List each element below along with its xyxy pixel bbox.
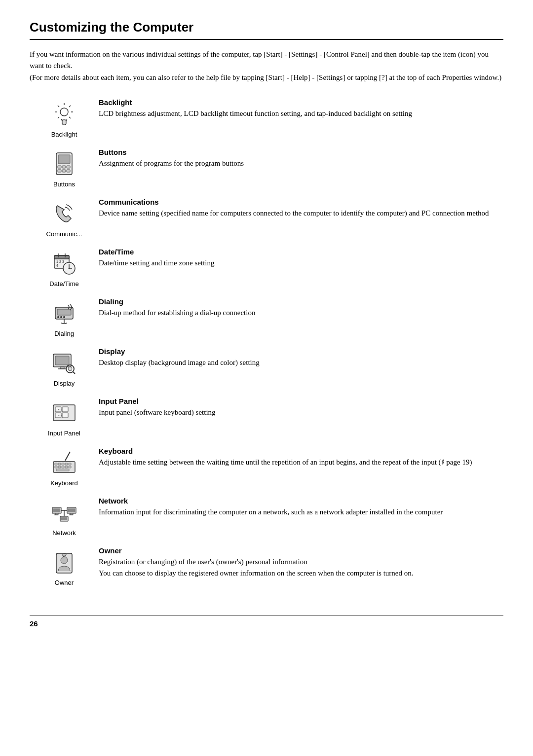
svg-point-81	[61, 557, 68, 564]
svg-rect-59	[69, 463, 71, 465]
svg-rect-64	[69, 466, 71, 468]
owner-text: Owner Registration (or changing) of the …	[99, 545, 503, 579]
svg-rect-9	[62, 120, 66, 125]
keyboard-label: Keyboard	[50, 479, 78, 487]
inputpanel-desc: Input panel (software keyboard) setting	[99, 407, 503, 418]
svg-text:D: D	[56, 408, 57, 411]
network-text: Network Information input for discrimina…	[99, 496, 503, 518]
backlight-icon-block: Backlight	[30, 97, 99, 138]
backlight-title: Backlight	[99, 98, 503, 107]
datetime-text: Date/Time Date/time setting and time zon…	[99, 247, 503, 269]
backlight-desc: LCD brightness adjustment, LCD backlight…	[99, 108, 503, 119]
owner-icon-block: Owner	[30, 545, 99, 586]
owner-desc: Registration (or changing) of the user's…	[99, 556, 503, 579]
dialing-label: Dialing	[54, 330, 74, 337]
dialing-icon	[49, 298, 79, 328]
display-text: Display Desktop display (background imag…	[99, 346, 503, 368]
svg-point-0	[60, 108, 68, 116]
list-item: Owner Owner Registration (or changing) o…	[30, 545, 503, 586]
svg-text:4: 4	[56, 264, 58, 267]
svg-point-34	[63, 316, 65, 318]
svg-rect-45	[62, 407, 68, 412]
page-title: Customizing the Computer	[30, 20, 503, 40]
svg-rect-63	[65, 466, 68, 468]
svg-rect-16	[62, 170, 66, 172]
svg-point-32	[57, 316, 59, 318]
backlight-text: Backlight LCD brightness adjustment, LCD…	[99, 97, 503, 119]
svg-rect-79	[61, 517, 67, 520]
svg-rect-13	[62, 166, 66, 168]
keyboard-desc: Adjustable time setting between the wait…	[99, 457, 503, 468]
intro-text: If you want information on the various i…	[30, 49, 503, 83]
svg-rect-65	[56, 469, 69, 471]
svg-line-8	[58, 117, 59, 118]
datetime-label: Date/Time	[49, 280, 78, 288]
keyboard-icon	[49, 448, 79, 477]
svg-rect-73	[68, 508, 75, 512]
inputpanel-title: Input Panel	[99, 397, 503, 405]
page-number: 26	[30, 619, 38, 628]
inputpanel-label: Input Panel	[48, 430, 80, 437]
buttons-desc: Assignment of programs for the program b…	[99, 158, 503, 169]
list-item: Backlight Backlight LCD brightness adjus…	[30, 97, 503, 138]
datetime-icon-block: 1 2 3 4 Date/Time	[30, 247, 99, 288]
svg-text:3: 3	[62, 260, 64, 263]
svg-point-33	[60, 316, 62, 318]
keyboard-text: Keyboard Adjustable time setting between…	[99, 446, 503, 468]
communications-icon-block: Communic...	[30, 197, 99, 238]
display-title: Display	[99, 347, 503, 356]
svg-rect-69	[53, 508, 60, 512]
svg-line-5	[58, 106, 59, 107]
owner-icon	[49, 547, 79, 577]
communications-text: Communications Device name setting (spec…	[99, 197, 503, 219]
svg-rect-31	[57, 309, 71, 315]
datetime-title: Date/Time	[99, 248, 503, 256]
datetime-icon: 1 2 3 4	[49, 249, 79, 278]
display-icon-block: Display	[30, 346, 99, 387]
buttons-title: Buttons	[99, 148, 503, 156]
svg-rect-55	[55, 463, 57, 465]
owner-label: Owner	[55, 579, 74, 586]
network-icon	[49, 498, 79, 527]
owner-title: Owner	[99, 546, 503, 555]
communications-desc: Device name setting (specified name for …	[99, 208, 503, 219]
inputpanel-text: Input Panel Input panel (software keyboa…	[99, 396, 503, 418]
list-item: 1 2 3 4 Date/Time Date/Time Date/time se…	[30, 247, 503, 288]
dialing-icon-block: Dialing	[30, 296, 99, 337]
list-item: D F G C V B Input Panel Input Panel Inpu…	[30, 396, 503, 437]
dialing-desc: Dial-up method for establishing a dial-u…	[99, 307, 503, 319]
keyboard-title: Keyboard	[99, 447, 503, 455]
list-item: Communic... Communications Device name s…	[30, 197, 503, 238]
svg-line-66	[65, 452, 70, 461]
dialing-title: Dialing	[99, 297, 503, 306]
svg-rect-47	[62, 413, 68, 418]
svg-rect-62	[62, 466, 64, 468]
communications-title: Communications	[99, 198, 503, 206]
svg-text:G: G	[61, 408, 62, 411]
svg-rect-12	[58, 166, 61, 168]
dialing-text: Dialing Dial-up method for establishing …	[99, 296, 503, 319]
page-footer: 26	[30, 615, 503, 628]
list-item: Dialing Dialing Dial-up method for estab…	[30, 296, 503, 337]
items-list: Backlight Backlight LCD brightness adjus…	[30, 97, 503, 595]
svg-line-7	[69, 106, 71, 107]
display-desc: Desktop display (background image and co…	[99, 357, 503, 368]
communications-label: Communic...	[46, 230, 82, 238]
communications-icon	[49, 199, 79, 228]
svg-text:2: 2	[59, 260, 61, 263]
svg-rect-60	[55, 466, 57, 468]
datetime-desc: Date/time setting and time zone setting	[99, 257, 503, 269]
svg-rect-56	[58, 463, 61, 465]
list-item: Network Network Information input for di…	[30, 496, 503, 537]
buttons-label: Buttons	[53, 180, 75, 188]
inputpanel-icon: D F G C V B	[49, 398, 79, 428]
svg-rect-61	[58, 466, 61, 468]
list-item: Keyboard Keyboard Adjustable time settin…	[30, 446, 503, 487]
svg-line-6	[69, 117, 71, 118]
network-icon-block: Network	[30, 496, 99, 537]
display-label: Display	[54, 380, 75, 387]
inputpanel-icon-block: D F G C V B Input Panel	[30, 396, 99, 437]
network-label: Network	[52, 529, 76, 537]
network-title: Network	[99, 497, 503, 505]
svg-point-41	[68, 367, 72, 371]
